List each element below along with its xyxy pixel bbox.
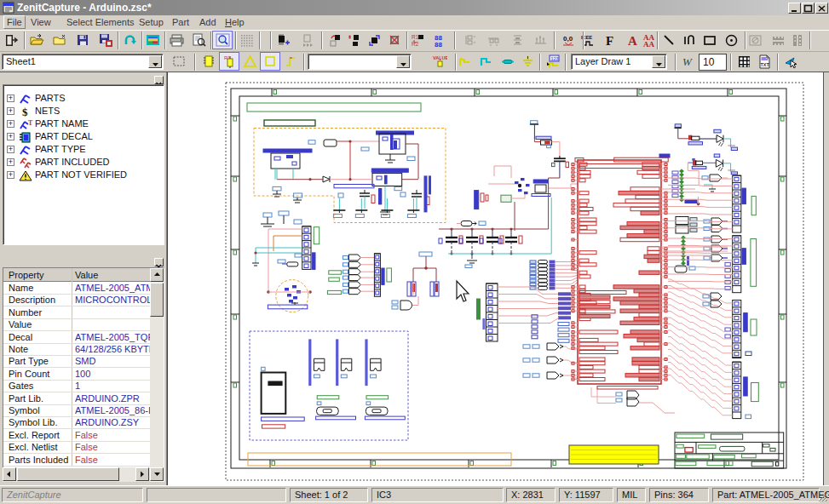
svg-text:88: 88 [435, 41, 442, 48]
svg-text:AA: AA [643, 40, 654, 48]
svg-text:123: 123 [550, 56, 558, 61]
svg-text:R1: R1 [412, 34, 419, 40]
svg-text:0,0: 0,0 [563, 35, 573, 43]
svg-text:T: T [28, 119, 33, 127]
svg-text:R2: R2 [412, 41, 419, 47]
svg-text:TXT: TXT [760, 62, 769, 67]
svg-text:$: $ [22, 106, 28, 117]
svg-text:F: F [606, 34, 613, 48]
svg-text:A: A [628, 34, 637, 48]
